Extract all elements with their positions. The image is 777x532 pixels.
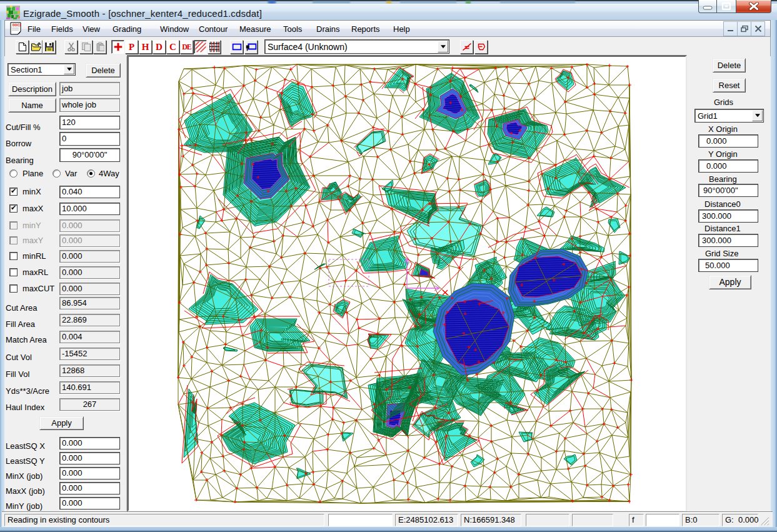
- svg-text:DOC1: DOC1: [13, 23, 21, 27]
